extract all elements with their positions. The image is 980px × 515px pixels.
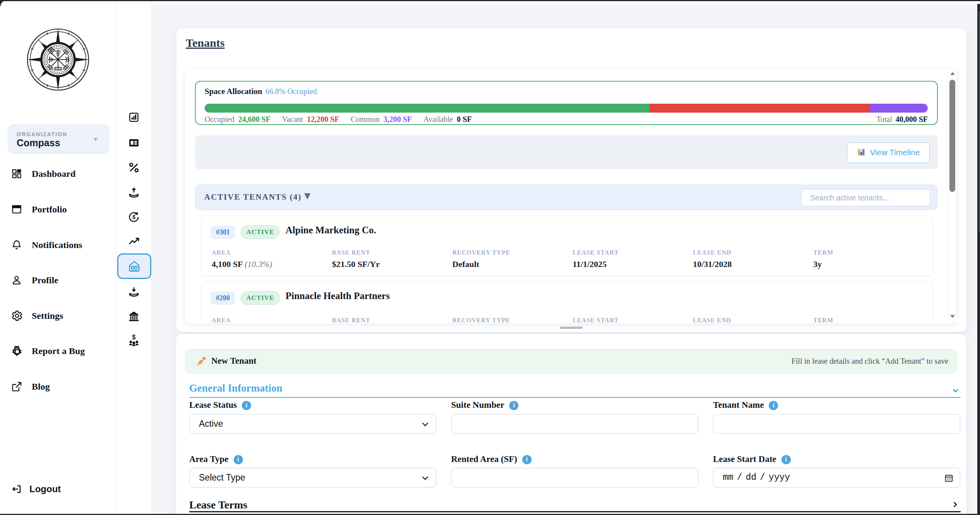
svg-text:$: $ bbox=[132, 335, 136, 340]
svg-text:$: $ bbox=[132, 214, 135, 220]
